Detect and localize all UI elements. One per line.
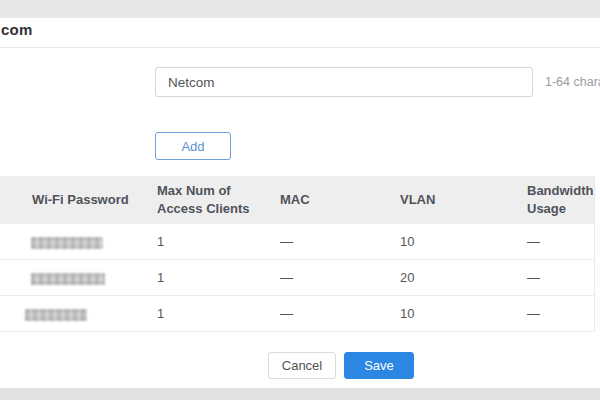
mac-cell: — (268, 260, 388, 296)
vlan-cell: 10 (388, 224, 515, 260)
table-row: 1 — 10 — (0, 296, 594, 332)
network-name-input[interactable] (155, 67, 533, 97)
max-clients-cell: 1 (145, 260, 268, 296)
mac-cell: — (268, 224, 388, 260)
wifi-settings-dialog: com 1-64 characters Add Wi-Fi Password M… (0, 0, 600, 400)
col-header-wifi-password: Wi-Fi Password (0, 176, 145, 224)
wifi-password-cell (0, 260, 145, 296)
wifi-password-redacted (31, 237, 103, 249)
input-hint: 1-64 characters (545, 75, 600, 89)
vlan-cell: 10 (388, 296, 515, 332)
table-row: 1 — 10 — (0, 224, 594, 260)
col-header-bandwidth: Bandwidth Usage (515, 176, 594, 224)
cancel-button[interactable]: Cancel (268, 352, 336, 379)
title-divider (0, 47, 600, 48)
max-clients-cell: 1 (145, 296, 268, 332)
bandwidth-cell: — (515, 224, 594, 260)
wifi-clients-table: Wi-Fi Password Max Num of Access Clients… (0, 176, 595, 332)
save-button[interactable]: Save (344, 352, 414, 379)
wifi-password-cell (0, 296, 145, 332)
vlan-cell: 20 (388, 260, 515, 296)
bandwidth-cell: — (515, 296, 594, 332)
mac-cell: — (268, 296, 388, 332)
col-header-mac: MAC (268, 176, 388, 224)
window-bottom-bar (0, 388, 600, 400)
max-clients-cell: 1 (145, 224, 268, 260)
wifi-password-redacted (31, 273, 105, 285)
table-header-row: Wi-Fi Password Max Num of Access Clients… (0, 176, 594, 224)
dialog-title: com (1, 21, 32, 38)
wifi-password-redacted (25, 309, 87, 321)
window-top-bar (0, 0, 600, 18)
table-row: 1 — 20 — (0, 260, 594, 296)
add-button[interactable]: Add (155, 132, 231, 160)
col-header-vlan: VLAN (388, 176, 515, 224)
wifi-password-cell (0, 224, 145, 260)
col-header-max-clients: Max Num of Access Clients (145, 176, 268, 224)
bandwidth-cell: — (515, 260, 594, 296)
